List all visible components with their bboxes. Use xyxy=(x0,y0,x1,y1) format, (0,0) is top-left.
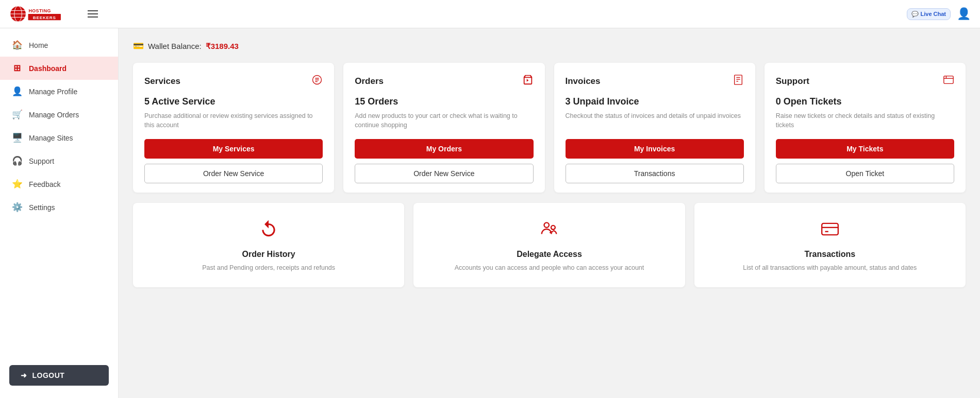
card-title-orders: Orders xyxy=(355,76,384,86)
livechat-button[interactable]: 💬 Live Chat xyxy=(907,8,951,20)
bottom-card-transactions[interactable]: Transactions List of all transactions wi… xyxy=(694,203,966,287)
wallet-icon: 💳 xyxy=(133,41,144,51)
card-primary-btn-invoices[interactable]: My Invoices xyxy=(566,139,744,159)
card-support: Support 0 Open Tickets Raise new tickets… xyxy=(765,63,966,193)
sidebar-bottom: ➜ LOGOUT xyxy=(0,356,118,398)
card-header-invoices: Invoices xyxy=(566,74,744,88)
sidebar-item-dashboard[interactable]: ⊞ Dashboard xyxy=(0,57,118,80)
sidebar-item-manage-sites[interactable]: 🖥️ Manage Sites xyxy=(0,126,118,149)
sidebar-label-support: Support xyxy=(29,157,54,165)
header: HOSTING BEEKERS 💬 Live Chat 👤 xyxy=(0,0,980,28)
card-header-orders: Orders xyxy=(355,74,533,88)
sidebar-item-manage-profile[interactable]: 👤 Manage Profile xyxy=(0,80,118,103)
card-desc-support: Raise new tickets or check details and s… xyxy=(776,111,954,130)
bottom-card-icon-order-history xyxy=(259,219,278,244)
sidebar-item-settings[interactable]: ⚙️ Settings xyxy=(0,196,118,219)
wallet-label: Wallet Balance: xyxy=(148,42,202,50)
card-secondary-btn-invoices[interactable]: Transactions xyxy=(566,164,744,183)
sidebar-icon-dashboard: ⊞ xyxy=(11,63,23,74)
sidebar-label-home: Home xyxy=(29,41,48,49)
bottom-cards-row: Order History Past and Pending orders, r… xyxy=(133,203,966,287)
sidebar-label-manage-sites: Manage Sites xyxy=(29,134,73,142)
header-right: 💬 Live Chat 👤 xyxy=(907,7,971,21)
bottom-card-order-history[interactable]: Order History Past and Pending orders, r… xyxy=(133,203,404,287)
card-desc-services: Purchase additional or review existing s… xyxy=(144,111,323,130)
card-count-support: 0 Open Tickets xyxy=(776,96,954,107)
card-secondary-btn-orders[interactable]: Order New Service xyxy=(355,164,533,183)
card-header-support: Support xyxy=(776,74,954,88)
logo[interactable]: HOSTING BEEKERS xyxy=(9,4,76,24)
card-primary-btn-orders[interactable]: My Orders xyxy=(355,139,533,159)
bottom-card-desc-delegate-access: Accounts you can access and people who c… xyxy=(455,263,644,273)
sidebar-item-home[interactable]: 🏠 Home xyxy=(0,33,118,57)
card-desc-invoices: Checkout the status of invoices and deta… xyxy=(566,111,744,130)
sidebar-label-manage-orders: Manage Orders xyxy=(29,111,79,119)
wallet-amount: ₹3189.43 xyxy=(206,42,239,51)
wallet-bar: 💳 Wallet Balance: ₹3189.43 xyxy=(133,41,966,51)
sidebar-icon-feedback: ⭐ xyxy=(11,179,23,189)
main-content: 💳 Wallet Balance: ₹3189.43 Services 5 Ac… xyxy=(119,28,980,398)
sidebar-item-support[interactable]: 🎧 Support xyxy=(0,149,118,172)
logout-button[interactable]: ➜ LOGOUT xyxy=(9,365,109,386)
header-left: HOSTING BEEKERS xyxy=(9,4,100,24)
cards-row: Services 5 Active Service Purchase addit… xyxy=(133,63,966,193)
sidebar-item-manage-orders[interactable]: 🛒 Manage Orders xyxy=(0,103,118,126)
sidebar-icon-settings: ⚙️ xyxy=(11,202,23,213)
livechat-icon: 💬 xyxy=(911,11,919,18)
sidebar-label-manage-profile: Manage Profile xyxy=(29,88,77,96)
sidebar: 🏠 Home ⊞ Dashboard 👤 Manage Profile 🛒 Ma… xyxy=(0,28,119,398)
svg-rect-9 xyxy=(734,75,742,84)
card-count-orders: 15 Orders xyxy=(355,96,533,107)
bottom-card-icon-transactions xyxy=(820,219,840,244)
card-orders: Orders 15 Orders Add new products to you… xyxy=(343,63,544,193)
bottom-card-title-delegate-access: Delegate Access xyxy=(517,250,582,259)
svg-text:BEEKERS: BEEKERS xyxy=(33,15,56,20)
layout: 🏠 Home ⊞ Dashboard 👤 Manage Profile 🛒 Ma… xyxy=(0,28,980,398)
card-title-services: Services xyxy=(144,76,180,86)
card-count-services: 5 Active Service xyxy=(144,96,323,107)
user-menu-button[interactable]: 👤 xyxy=(957,7,971,21)
livechat-label: Live Chat xyxy=(920,11,946,17)
svg-point-16 xyxy=(544,223,550,228)
card-icon-support xyxy=(943,74,954,88)
bottom-card-desc-transactions: List of all transactions with payable am… xyxy=(743,263,917,273)
sidebar-icon-support: 🎧 xyxy=(11,155,23,166)
card-primary-btn-support[interactable]: My Tickets xyxy=(776,139,954,159)
card-title-support: Support xyxy=(776,76,809,86)
bottom-card-title-order-history: Order History xyxy=(242,250,295,259)
sidebar-icon-manage-sites: 🖥️ xyxy=(11,132,23,143)
card-primary-btn-services[interactable]: My Services xyxy=(144,139,323,159)
card-secondary-btn-services[interactable]: Order New Service xyxy=(144,164,323,183)
bottom-card-desc-order-history: Past and Pending orders, receipts and re… xyxy=(202,263,335,273)
svg-rect-18 xyxy=(822,223,838,235)
hamburger-menu[interactable] xyxy=(86,8,100,20)
sidebar-icon-manage-orders: 🛒 xyxy=(11,109,23,120)
card-header-services: Services xyxy=(144,74,323,88)
card-desc-orders: Add new products to your cart or check w… xyxy=(355,111,533,130)
bottom-card-title-transactions: Transactions xyxy=(804,250,855,259)
sidebar-nav: 🏠 Home ⊞ Dashboard 👤 Manage Profile 🛒 Ma… xyxy=(0,28,118,224)
card-icon-orders xyxy=(522,74,534,88)
sidebar-item-feedback[interactable]: ⭐ Feedback xyxy=(0,172,118,196)
svg-text:HOSTING: HOSTING xyxy=(28,8,51,13)
bottom-card-delegate-access[interactable]: Delegate Access Accounts you can access … xyxy=(413,203,685,287)
logout-label: LOGOUT xyxy=(32,371,65,379)
card-count-invoices: 3 Unpaid Invoice xyxy=(566,96,744,107)
sidebar-label-dashboard: Dashboard xyxy=(29,64,67,73)
sidebar-label-feedback: Feedback xyxy=(29,180,60,188)
svg-rect-13 xyxy=(944,76,953,84)
sidebar-label-settings: Settings xyxy=(29,203,55,212)
card-icon-services xyxy=(311,74,323,88)
sidebar-icon-manage-profile: 👤 xyxy=(11,86,23,97)
card-invoices: Invoices 3 Unpaid Invoice Checkout the s… xyxy=(554,63,755,193)
card-icon-invoices xyxy=(733,74,744,88)
card-services: Services 5 Active Service Purchase addit… xyxy=(133,63,334,193)
card-secondary-btn-support[interactable]: Open Ticket xyxy=(776,164,954,183)
card-title-invoices: Invoices xyxy=(566,76,601,86)
bottom-card-icon-delegate-access xyxy=(539,219,559,244)
logout-icon: ➜ xyxy=(21,371,27,379)
sidebar-icon-home: 🏠 xyxy=(11,40,23,50)
svg-point-17 xyxy=(551,226,555,230)
